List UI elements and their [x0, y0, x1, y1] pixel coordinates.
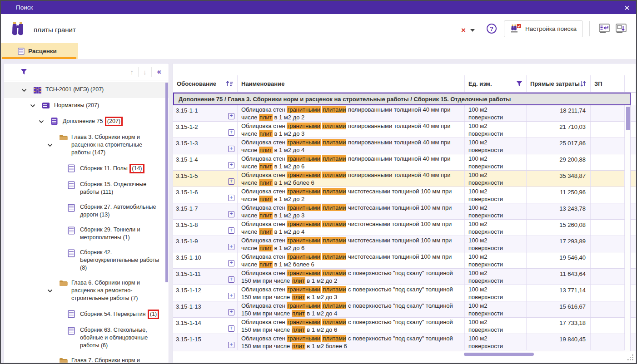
search-term-highlight: плитами [322, 302, 346, 309]
search-settings-button[interactable]: Настройка поиска [504, 20, 583, 37]
table-row[interactable]: 3.15-1-10+Облицовка стен гранитными плит… [173, 252, 636, 269]
table-row[interactable]: 3.15-1-2+Облицовка стен гранитными плита… [173, 122, 636, 138]
table-row[interactable]: 3.15-1-14+Облицовка стен гранитными плит… [173, 318, 636, 334]
sheet-icon [68, 203, 80, 219]
column-header-zp[interactable]: ЗП [591, 75, 625, 92]
horizontal-scrollbar-thumb[interactable] [464, 353, 534, 356]
search-term-highlight: гранитными [287, 106, 320, 113]
cell-unit: 100 м2 поверхности облицовки [465, 138, 527, 154]
table-row[interactable]: 3.15-1-3+Облицовка стен гранитными плита… [173, 138, 636, 154]
collapse-panel-icon[interactable]: « [152, 67, 164, 76]
tree-scrollbar[interactable] [165, 83, 168, 282]
table-row[interactable]: 3.15-1-11+Облицовка стен гранитными плит… [173, 269, 636, 285]
tree-item[interactable]: Глава 7. Сборники норм и расценок на рес… [4, 353, 169, 363]
expand-row-icon[interactable]: + [228, 227, 234, 234]
horizontal-scrollbar[interactable] [173, 351, 631, 357]
tree-item[interactable]: Дополнение 75 (207) [4, 113, 169, 130]
cell-direct-cost: 19 546,40 [527, 252, 591, 268]
column-header-pryamye-zatraty[interactable]: Прямые затраты [527, 75, 591, 92]
cell-zp [591, 171, 625, 187]
table-row[interactable]: 3.15-1-1+Облицовка стен гранитными плита… [173, 105, 636, 122]
tab-bar: Расценки [1, 43, 636, 59]
expand-row-icon[interactable]: + [228, 244, 234, 250]
tree-item[interactable]: Нормативы (207) [4, 98, 169, 113]
resize-grip-icon[interactable] [627, 354, 634, 362]
search-term-highlight: плит [259, 261, 273, 268]
tree-item[interactable]: Сборник 27. Автомобильные дороги (13) [4, 200, 169, 222]
expand-row-icon[interactable]: + [228, 260, 234, 266]
next-result-icon[interactable]: ↓ [139, 68, 151, 76]
expand-chevron-icon[interactable] [47, 279, 59, 302]
tree-item-label: Сборник 42. Берегоукрепительные работы (… [80, 249, 162, 272]
expand-row-icon[interactable]: + [228, 342, 234, 348]
dock-results-icon[interactable] [598, 23, 611, 34]
expand-row-icon[interactable]: + [228, 195, 234, 201]
table-row[interactable]: 3.15-1-4+Облицовка стен гранитными плита… [173, 154, 636, 171]
tree-item[interactable]: Сборник 29. Тоннели и метрополитены (1) [4, 222, 169, 245]
expand-row-icon[interactable]: + [228, 129, 234, 136]
cell-code: 3.15-1-7+ [173, 203, 238, 219]
column-header-edizm[interactable]: Ед. изм. [465, 75, 527, 92]
tree-item[interactable]: Сборник 54. Перекрытия (1) [4, 306, 169, 323]
clear-search-icon[interactable]: × [461, 27, 466, 34]
table-row[interactable]: 3.15-1-9+Облицовка стен гранитными плита… [173, 236, 636, 252]
database-icon [33, 86, 45, 94]
table-row[interactable]: 3.15-1-13+Облицовка стен гранитными плит… [173, 301, 636, 318]
table-row[interactable]: 3.15-1-6+Облицовка стен гранитными плита… [173, 187, 636, 203]
expand-row-icon[interactable]: + [228, 162, 234, 168]
expand-chevron-icon[interactable] [47, 357, 59, 363]
expand-row-icon[interactable]: + [228, 309, 234, 315]
group-header-row[interactable]: Дополнение 75 / Глава 3. Сборники норм и… [173, 93, 631, 105]
column-header-obosnovanie[interactable]: Обоснование [173, 75, 238, 92]
rates-tab-icon [18, 48, 25, 55]
table-row[interactable]: 3.15-1-7+Облицовка стен гранитными плита… [173, 203, 636, 220]
vertical-scrollbar[interactable] [625, 105, 631, 351]
tree-item[interactable]: Сборник 42. Берегоукрепительные работы (… [4, 245, 169, 275]
cell-zp [591, 269, 625, 285]
vertical-scrollbar-thumb[interactable] [626, 107, 630, 130]
tree-item-label: Дополнение 75 (207) [63, 117, 162, 126]
table-header: Обоснование Наименование Ед. изм. Прямы [173, 75, 636, 93]
table-row[interactable]: 3.15-1-5+Облицовка стен гранитными плита… [173, 171, 636, 187]
open-in-window-icon[interactable] [615, 23, 627, 34]
tree-item[interactable]: ТСН-2001 (МГЭ) (207) [4, 82, 169, 98]
expand-row-icon[interactable]: + [228, 293, 234, 299]
sheet-icon [68, 326, 80, 349]
tree-item[interactable]: Сборник 11. Полы (14) [4, 160, 169, 177]
expand-row-icon[interactable]: + [228, 146, 234, 152]
table-row[interactable]: 3.15-1-15+Облицовка стен гранитными плит… [173, 334, 636, 350]
chevron-placeholder [56, 164, 68, 173]
tree-item-label: Сборник 63. Стекольные, обойные и облицо… [80, 326, 162, 349]
search-term-highlight: плитами [322, 237, 346, 244]
expand-row-icon[interactable]: + [228, 276, 234, 283]
sort-order-icon[interactable] [226, 81, 234, 87]
cell-unit: 100 м2 поверхности облицовки [465, 285, 527, 301]
expand-row-icon[interactable]: + [228, 113, 234, 119]
tree-item[interactable]: Сборник 15. Отделочные работы (111) [4, 177, 169, 200]
tree-filter-icon[interactable] [20, 69, 27, 75]
expand-chevron-icon[interactable] [30, 102, 42, 109]
expand-chevron-icon[interactable] [21, 86, 33, 94]
expand-row-icon[interactable]: + [228, 325, 234, 332]
tree-item[interactable]: Глава 6. Сборники норм и расценок на рем… [4, 275, 169, 306]
norm-tree: ТСН-2001 (МГЭ) (207)Нормативы (207)Допол… [4, 80, 169, 363]
tree-item[interactable]: Глава 3. Сборники норм и расценок на стр… [4, 130, 169, 160]
expand-row-icon[interactable]: + [228, 178, 234, 185]
tree-item[interactable]: Сборник 63. Стекольные, обойные и облицо… [4, 323, 169, 353]
sort-icon[interactable] [580, 81, 587, 87]
close-icon[interactable]: × [624, 3, 630, 12]
search-history-dropdown-icon[interactable] [470, 29, 475, 32]
prev-result-icon[interactable]: ↑ [126, 68, 139, 76]
filter-icon[interactable] [516, 81, 523, 87]
expand-row-icon[interactable]: + [228, 211, 234, 217]
table-row[interactable]: 3.15-1-8+Облицовка стен гранитными плита… [173, 220, 636, 236]
column-header-naimenovanie[interactable]: Наименование [238, 75, 465, 92]
annotation-red-box: (14) [129, 164, 144, 173]
expand-chevron-icon[interactable] [47, 133, 59, 157]
cell-name: Облицовка стен гранитными плитами с пове… [238, 301, 465, 317]
help-icon[interactable]: ? [487, 24, 497, 34]
expand-chevron-icon[interactable] [39, 117, 50, 126]
table-row[interactable]: 3.15-1-12+Облицовка стен гранитными плит… [173, 285, 636, 301]
search-input[interactable]: плиты гранит × [32, 20, 478, 37]
tab-rascenki[interactable]: Расценки [1, 43, 78, 59]
